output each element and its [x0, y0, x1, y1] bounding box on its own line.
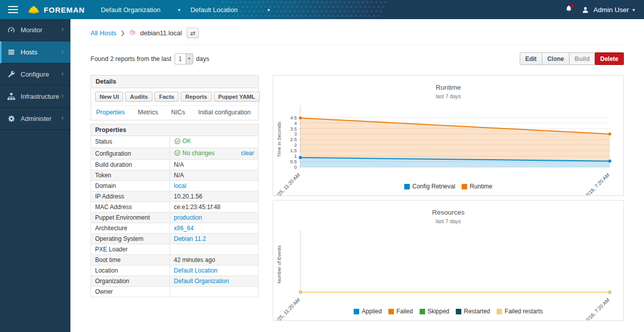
- property-row: MAC Addressce:e1:23:45:1f:48: [91, 202, 259, 213]
- sidebar-item-configure[interactable]: Configure: [0, 63, 70, 86]
- legend-swatch: [456, 309, 461, 314]
- legend-item-config-retrieval[interactable]: Config Retrieval: [404, 183, 455, 190]
- chevron-right-icon: [60, 93, 65, 99]
- property-link[interactable]: Default Organization: [174, 278, 229, 285]
- x-axis-tick-label: 12/16, 7:20 AM: [583, 297, 610, 320]
- tab-properties[interactable]: Properties: [96, 109, 125, 116]
- breadcrumb: All Hosts ❯ debian11.local ⇄: [91, 19, 624, 45]
- chevron-down-icon: ▾: [186, 54, 193, 64]
- sidebar-item-infrastructure[interactable]: Infrastructure: [0, 86, 70, 108]
- property-row: Owner: [91, 287, 259, 297]
- legend-item-runtime[interactable]: Runtime: [462, 183, 493, 190]
- property-value: Default Location: [170, 265, 259, 276]
- tab-metrics[interactable]: Metrics: [138, 109, 158, 116]
- edit-button[interactable]: Edit: [520, 52, 542, 65]
- tab-initial-configuration[interactable]: Initial configuration: [198, 109, 251, 116]
- properties-table-title: Properties: [91, 124, 259, 136]
- host-action-buttons: Edit Clone Build Delete: [520, 52, 624, 65]
- x-axis-tick-label: 11/25, 11:20 AM: [273, 297, 301, 320]
- resources-chart-legend: AppliedFailedSkippedRestartedFailed rest…: [354, 308, 543, 315]
- chevron-right-icon: [60, 49, 65, 54]
- property-row: ConfigurationNo changesclear: [91, 148, 259, 160]
- foreman-brand[interactable]: FOREMAN: [27, 4, 85, 16]
- build-button: Build: [569, 52, 595, 65]
- notification-badge: [571, 4, 574, 8]
- property-value: Debian 11.2: [170, 234, 259, 244]
- organization-dropdown[interactable]: Default Organization ▾: [96, 0, 185, 19]
- legend-swatch: [420, 309, 425, 314]
- legend-swatch: [497, 309, 502, 314]
- tab-nics[interactable]: NICs: [171, 109, 185, 116]
- found-reports-text: Found 2 reports from the last: [91, 55, 172, 62]
- svg-text:1: 1: [294, 153, 297, 159]
- svg-text:Number of Events: Number of Events: [276, 245, 282, 284]
- property-label: Location: [91, 265, 170, 276]
- property-row: StatusOK: [91, 136, 259, 148]
- check-circle-icon: [174, 150, 181, 156]
- property-label: Organization: [91, 276, 170, 287]
- new-ui-button[interactable]: New UI: [95, 92, 123, 102]
- svg-text:0: 0: [294, 164, 297, 170]
- legend-item-failed[interactable]: Failed: [388, 308, 413, 315]
- sidebar-item-label: Administer: [21, 115, 60, 122]
- days-select[interactable]: 1 ▾: [175, 53, 193, 64]
- sidebar-item-label: Configure: [21, 71, 60, 78]
- organization-label: Default Organization: [101, 6, 160, 14]
- check-circle-icon: [174, 138, 181, 145]
- sidebar-item-hosts[interactable]: Hosts: [0, 41, 70, 63]
- property-label: Owner: [91, 287, 170, 297]
- property-link[interactable]: production: [174, 214, 202, 221]
- property-link[interactable]: Default Location: [174, 267, 218, 274]
- hamburger-menu-icon[interactable]: [8, 4, 18, 15]
- property-link[interactable]: x86_64: [174, 225, 194, 232]
- property-label: Status: [91, 136, 170, 148]
- legend-swatch: [462, 184, 467, 189]
- legend-item-skipped[interactable]: Skipped: [420, 308, 449, 315]
- property-row: Operating SystemDebian 11.2: [91, 234, 259, 244]
- svg-text:2: 2: [294, 142, 297, 148]
- property-value: OK: [170, 136, 259, 148]
- details-action-buttons: New UIAuditsFactsReportsPuppet YAML: [91, 88, 258, 105]
- legend-item-applied[interactable]: Applied: [354, 308, 382, 315]
- days-suffix-text: days: [196, 55, 209, 62]
- legend-item-failed-restarts[interactable]: Failed restarts: [497, 308, 543, 315]
- details-tabs: PropertiesMetricsNICsInitial configurati…: [91, 105, 258, 120]
- svg-text:1.5: 1.5: [290, 148, 297, 153]
- legend-swatch: [388, 309, 394, 314]
- notifications-bell-icon[interactable]: [565, 5, 573, 15]
- audits-button[interactable]: Audits: [125, 92, 152, 102]
- property-label: Domain: [91, 181, 170, 191]
- charts-column: Runtimelast 7 daysTime in Seconds00.511.…: [273, 75, 624, 321]
- reports-button[interactable]: Reports: [181, 92, 211, 102]
- delete-button[interactable]: Delete: [595, 52, 624, 65]
- legend-label: Skipped: [428, 308, 449, 315]
- sidebar-item-administer[interactable]: Administer: [0, 108, 70, 130]
- days-select-value: 1: [175, 54, 186, 64]
- legend-item-restarted[interactable]: Restarted: [456, 308, 490, 315]
- facts-button[interactable]: Facts: [154, 92, 179, 102]
- property-value: N/A: [170, 160, 259, 170]
- breadcrumb-all-hosts-link[interactable]: All Hosts: [91, 29, 116, 37]
- chevron-right-icon: [60, 27, 65, 32]
- host-switcher-button[interactable]: ⇄: [187, 28, 199, 38]
- svg-text:last 7 days: last 7 days: [436, 219, 461, 224]
- property-label: IP Address: [91, 191, 170, 202]
- clear-link[interactable]: clear: [241, 150, 254, 157]
- resources-chart: Resourceslast 7 daysNumber of Events11/2…: [273, 201, 623, 320]
- properties-table: Properties StatusOKConfigurationNo chang…: [91, 124, 259, 297]
- location-dropdown[interactable]: Default Location ▾: [185, 0, 275, 19]
- property-row: Architecturex86_64: [91, 223, 259, 234]
- property-row: IP Address10.20.1.56: [91, 191, 259, 202]
- property-row: Build durationN/A: [91, 160, 259, 170]
- runtime-chart-legend: Config RetrievalRuntime: [404, 183, 492, 190]
- user-menu[interactable]: Admin User ▾: [581, 6, 635, 14]
- property-row: OrganizationDefault Organization: [91, 276, 259, 287]
- puppet-yaml-button[interactable]: Puppet YAML: [214, 92, 260, 102]
- property-row: LocationDefault Location: [91, 265, 259, 276]
- property-link[interactable]: local: [174, 182, 187, 189]
- details-panel-title: Details: [91, 76, 258, 88]
- sidebar-item-monitor[interactable]: Monitor: [0, 19, 70, 41]
- property-link[interactable]: Debian 11.2: [174, 235, 206, 242]
- clone-button[interactable]: Clone: [542, 52, 570, 65]
- property-label: Architecture: [91, 223, 170, 234]
